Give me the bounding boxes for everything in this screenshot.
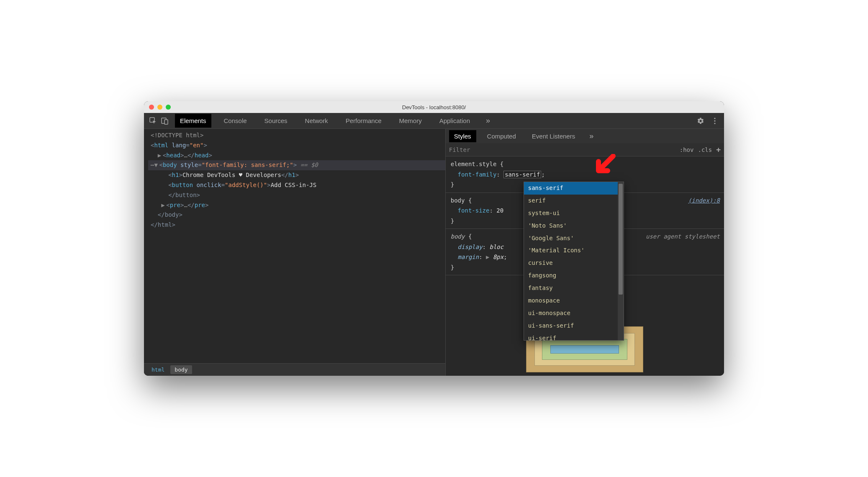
more-tabs-icon[interactable]: » <box>483 115 493 127</box>
css-prop-margin[interactable]: margin <box>458 254 479 260</box>
rule-selector[interactable]: element.style <box>451 161 497 167</box>
main-tabbar: Elements Console Sources Network Perform… <box>144 113 724 129</box>
rule-selector: body <box>451 233 465 240</box>
content-area: <!DOCTYPE html> <html lang="en"> ▶<head>… <box>144 129 724 376</box>
dom-doctype[interactable]: <!DOCTYPE html> <box>148 131 445 141</box>
svg-point-4 <box>714 120 715 121</box>
autocomplete-item[interactable]: system-ui <box>524 207 618 220</box>
subtab-more-icon[interactable]: » <box>586 130 597 142</box>
main-tabs: Elements Console Sources Network Perform… <box>175 114 695 128</box>
subtab-event-listeners[interactable]: Event Listeners <box>527 130 580 142</box>
dom-head[interactable]: ▶<head>…</head> <box>148 151 445 161</box>
breadcrumb-body[interactable]: body <box>170 365 192 374</box>
dom-button-close[interactable]: </button> <box>148 190 445 200</box>
rule-source-ua: user agent stylesheet <box>646 231 720 242</box>
tab-network[interactable]: Network <box>300 114 333 128</box>
tab-elements[interactable]: Elements <box>175 114 211 128</box>
autocomplete-scrollbar[interactable] <box>618 182 624 340</box>
autocomplete-item[interactable]: sans-serif <box>524 182 618 195</box>
css-prop-display[interactable]: display <box>458 244 483 250</box>
dom-body-open[interactable]: ⋯▼<body style="font-family: sans-serif;"… <box>148 160 445 170</box>
dom-h1[interactable]: <h1>Chrome DevTools ♥ Developers</h1> <box>148 170 445 180</box>
svg-point-5 <box>714 123 715 124</box>
breadcrumb-bar: html body <box>144 363 445 376</box>
filter-row: :hov .cls + <box>446 143 724 156</box>
css-value-editing[interactable]: sans-serif <box>503 171 541 178</box>
css-prop-font-family[interactable]: font-family <box>458 171 497 178</box>
settings-gear-icon[interactable] <box>695 115 706 127</box>
css-value[interactable]: 20 <box>496 207 503 214</box>
filter-input[interactable] <box>449 146 680 153</box>
breadcrumb-html[interactable]: html <box>147 365 169 374</box>
styles-tabbar: Styles Computed Event Listeners » <box>446 129 724 143</box>
cls-toggle[interactable]: .cls <box>698 146 712 153</box>
dom-pre[interactable]: ▶<pre>…</pre> <box>148 200 445 210</box>
elements-panel: <!DOCTYPE html> <html lang="en"> ▶<head>… <box>144 129 446 376</box>
rule-source-link[interactable]: (index):8 <box>688 195 720 206</box>
titlebar: DevTools - localhost:8080/ <box>144 101 724 113</box>
dom-tree[interactable]: <!DOCTYPE html> <html lang="en"> ▶<head>… <box>144 129 445 363</box>
autocomplete-item[interactable]: serif <box>524 195 618 207</box>
autocomplete-item[interactable]: cursive <box>524 257 618 269</box>
autocomplete-item[interactable]: 'Google Sans' <box>524 232 618 245</box>
tab-performance[interactable]: Performance <box>341 114 387 128</box>
hov-toggle[interactable]: :hov <box>680 146 694 153</box>
svg-point-3 <box>714 118 715 119</box>
autocomplete-item[interactable]: monospace <box>524 295 618 307</box>
subtab-computed[interactable]: Computed <box>482 130 521 142</box>
dom-button-open[interactable]: <button onclick="addStyle()">Add CSS-in-… <box>148 180 445 190</box>
autocomplete-item[interactable]: 'Material Icons' <box>524 244 618 257</box>
tab-console[interactable]: Console <box>219 114 252 128</box>
tab-application[interactable]: Application <box>434 114 475 128</box>
autocomplete-popup: sans-serif serif system-ui 'Noto Sans' '… <box>524 182 624 341</box>
autocomplete-item[interactable]: fangsong <box>524 269 618 282</box>
css-prop-font-size[interactable]: font-size <box>458 207 490 214</box>
tab-memory[interactable]: Memory <box>394 114 427 128</box>
kebab-menu-icon[interactable] <box>709 115 721 127</box>
dom-html-close[interactable]: </html> <box>148 220 445 230</box>
autocomplete-item[interactable]: 'Noto Sans' <box>524 220 618 232</box>
dom-body-close[interactable]: </body> <box>148 210 445 220</box>
rule-selector[interactable]: body <box>451 197 465 204</box>
tab-sources[interactable]: Sources <box>259 114 293 128</box>
css-value[interactable]: bloc <box>489 244 503 250</box>
styles-panel: Styles Computed Event Listeners » :hov .… <box>446 129 724 376</box>
autocomplete-item[interactable]: ui-serif <box>524 332 618 341</box>
autocomplete-item[interactable]: fantasy <box>524 282 618 295</box>
css-value[interactable]: 8px <box>493 254 503 260</box>
window-title: DevTools - localhost:8080/ <box>144 104 724 110</box>
autocomplete-item[interactable]: ui-monospace <box>524 307 618 320</box>
new-rule-button[interactable]: + <box>716 145 721 154</box>
device-toggle-icon[interactable] <box>159 115 171 127</box>
subtab-styles[interactable]: Styles <box>449 130 476 142</box>
autocomplete-item[interactable]: ui-sans-serif <box>524 320 618 332</box>
inspect-element-icon[interactable] <box>147 115 159 127</box>
dom-html-open[interactable]: <html lang="en"> <box>148 141 445 151</box>
svg-rect-2 <box>164 120 168 124</box>
devtools-window: DevTools - localhost:8080/ Elements Cons… <box>144 101 724 376</box>
